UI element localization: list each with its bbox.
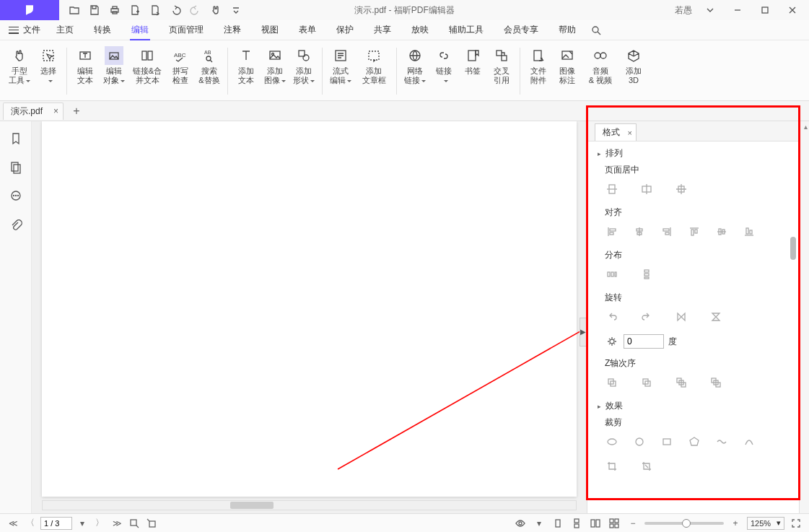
menu-protect[interactable]: 保护	[326, 20, 364, 40]
document-tab[interactable]: 演示.pdf ×	[3, 103, 64, 120]
add-text-button[interactable]: 添加文本	[232, 45, 260, 85]
page-dropdown-icon[interactable]: ▾	[75, 516, 89, 531]
rotate-angle-input[interactable]	[624, 334, 664, 349]
close-panel-icon[interactable]: ×	[628, 128, 632, 137]
prev-page-button[interactable]: 〈	[23, 516, 38, 531]
center-both-icon[interactable]	[674, 182, 688, 196]
align-center-h-icon[interactable]	[632, 224, 647, 239]
crop-circle-icon[interactable]	[632, 435, 647, 449]
crop-free-icon[interactable]	[639, 459, 654, 474]
search-icon[interactable]	[586, 20, 606, 40]
right-collapse-handle[interactable]: ▶	[580, 318, 587, 346]
close-button[interactable]	[780, 1, 805, 19]
crop-curve-icon[interactable]	[742, 435, 756, 449]
menu-home[interactable]: 主页	[46, 20, 84, 40]
last-page-button[interactable]: ≫	[110, 516, 124, 531]
menu-view[interactable]: 视图	[251, 20, 289, 40]
menu-edit[interactable]: 编辑	[121, 20, 159, 40]
send-backward-icon[interactable]	[709, 375, 723, 390]
select-tool-button[interactable]: 选择	[35, 45, 62, 85]
send-back-icon[interactable]	[639, 375, 654, 390]
scroll-up-icon[interactable]: ▴	[804, 123, 808, 131]
audio-video-button[interactable]: 音频& 视频	[582, 45, 618, 85]
center-vertical-icon[interactable]	[639, 182, 654, 196]
menu-page-manage[interactable]: 页面管理	[159, 20, 214, 40]
add-shape-button[interactable]: 添加形状	[290, 45, 318, 85]
add-image-button[interactable]: 添加图像	[261, 45, 289, 85]
align-middle-icon[interactable]	[714, 224, 729, 239]
attachments-panel-icon[interactable]	[7, 217, 25, 234]
zoom-in-button[interactable]: +	[728, 516, 743, 531]
first-page-button[interactable]: ≪	[6, 516, 20, 531]
minimize-button[interactable]	[725, 1, 750, 19]
zoom-value[interactable]: 125%▾	[747, 517, 784, 530]
print-icon[interactable]	[105, 2, 124, 18]
nav-forward-button[interactable]	[144, 516, 159, 531]
format-tab[interactable]: 格式 ×	[595, 123, 637, 141]
page-number-input[interactable]	[40, 517, 72, 530]
rotate-gear-icon[interactable]	[605, 334, 619, 349]
flip-vertical-icon[interactable]	[709, 310, 723, 324]
search-replace-button[interactable]: AB 搜索&替换	[196, 45, 223, 85]
link-button[interactable]: 链接	[430, 45, 458, 85]
crop-tool-icon[interactable]	[605, 459, 619, 474]
user-name[interactable]: 若愚	[675, 4, 692, 17]
flow-edit-button[interactable]: 流式编辑	[327, 45, 354, 85]
document-canvas[interactable]	[32, 121, 587, 513]
align-top-icon[interactable]	[687, 224, 701, 239]
crop-ellipse-icon[interactable]	[605, 435, 619, 449]
align-bottom-icon[interactable]	[742, 224, 756, 239]
open-icon[interactable]	[65, 2, 84, 18]
bookmarks-panel-icon[interactable]	[7, 130, 25, 147]
pages-panel-icon[interactable]	[7, 159, 25, 176]
edit-object-button[interactable]: 编辑对象	[100, 45, 128, 85]
menu-share[interactable]: 共享	[364, 20, 401, 40]
center-horizontal-icon[interactable]	[605, 182, 619, 196]
doc-plus-icon[interactable]	[126, 2, 144, 18]
horizontal-scrollbar[interactable]	[42, 500, 577, 510]
align-left-icon[interactable]	[605, 224, 619, 239]
menu-help[interactable]: 帮助	[548, 20, 586, 40]
distribute-horizontal-icon[interactable]	[605, 267, 619, 282]
crop-pentagon-icon[interactable]	[687, 435, 701, 449]
zoom-slider[interactable]	[644, 522, 724, 525]
image-annotation-button[interactable]: 图像标注	[554, 45, 581, 85]
hand-dropdown-icon[interactable]	[206, 2, 225, 18]
view-mode-eye-icon[interactable]	[513, 516, 528, 531]
menu-slideshow[interactable]: 放映	[401, 20, 439, 40]
file-menu[interactable]: 文件	[9, 24, 40, 36]
align-right-icon[interactable]	[660, 224, 674, 239]
add-3d-button[interactable]: 添加3D	[620, 45, 647, 85]
crop-rect-icon[interactable]	[660, 435, 674, 449]
crop-wave-icon[interactable]	[714, 435, 729, 449]
menu-comment[interactable]: 注释	[214, 20, 251, 40]
nav-back-button[interactable]	[127, 516, 141, 531]
zoom-out-button[interactable]: −	[626, 516, 640, 531]
single-page-icon[interactable]	[551, 516, 565, 531]
undo-icon[interactable]	[166, 2, 185, 18]
menu-form[interactable]: 表单	[289, 20, 326, 40]
spell-check-button[interactable]: ABC 拼写检查	[167, 45, 194, 85]
edit-text-button[interactable]: 编辑文本	[71, 45, 99, 85]
menu-accessibility[interactable]: 辅助工具	[439, 20, 494, 40]
file-attachment-button[interactable]: 文件附件	[525, 45, 552, 85]
close-tab-icon[interactable]: ×	[53, 106, 58, 116]
facing-icon[interactable]	[588, 516, 603, 531]
page-view[interactable]	[42, 121, 577, 497]
rotate-left-icon[interactable]	[605, 310, 619, 324]
continuous-icon[interactable]	[569, 516, 584, 531]
panel-scrollbar[interactable]	[790, 237, 796, 260]
menu-vip[interactable]: 会员专享	[494, 20, 548, 40]
add-tab-button[interactable]: +	[68, 103, 85, 120]
save-icon[interactable]	[85, 2, 104, 18]
facing-continuous-icon[interactable]	[607, 516, 621, 531]
effect-section-header[interactable]: ▸效果	[598, 400, 789, 412]
rotate-right-icon[interactable]	[639, 310, 654, 324]
add-article-frame-button[interactable]: 添加文章框	[356, 45, 392, 85]
bookmark-button[interactable]: 书签	[459, 45, 486, 85]
doc-arrow-icon[interactable]	[146, 2, 165, 18]
cross-reference-button[interactable]: 交叉引用	[488, 45, 515, 85]
distribute-vertical-icon[interactable]	[639, 267, 654, 282]
menu-convert[interactable]: 转换	[84, 20, 121, 40]
fullscreen-button[interactable]	[789, 516, 803, 531]
